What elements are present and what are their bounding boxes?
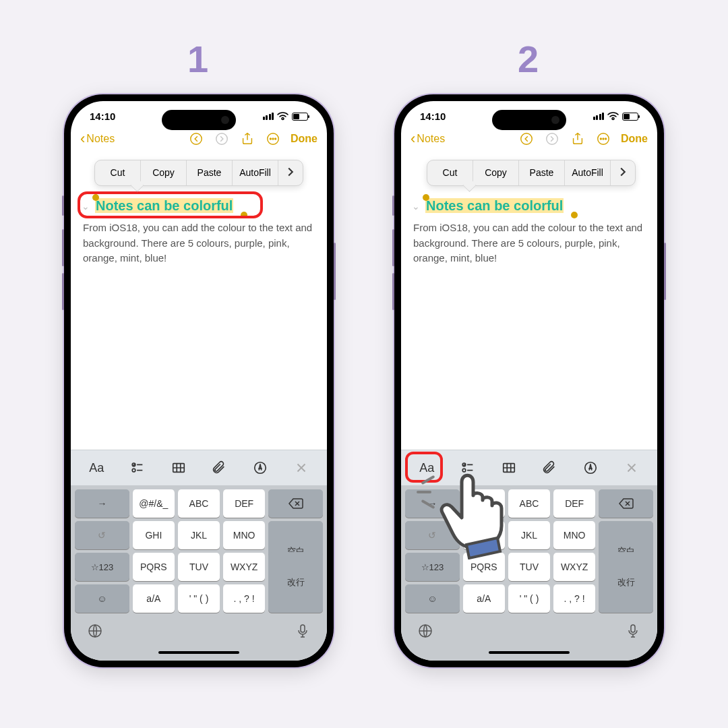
key-undo[interactable]: ↺ (75, 521, 129, 549)
redo-button[interactable] (544, 131, 560, 147)
note-title[interactable]: Notes can be colorful (425, 198, 564, 213)
edit-popover: Cut Copy Paste AutoFill (94, 160, 303, 186)
key-pqrs[interactable]: PQRS (133, 553, 175, 581)
collapse-icon[interactable]: ⌄ (82, 201, 90, 212)
key-123[interactable]: ☆123 (75, 553, 129, 581)
key-punct[interactable]: . , ? ! (223, 584, 265, 613)
note-body[interactable]: From iOS18, you can add the colour to th… (83, 220, 315, 266)
key-symbols[interactable]: @#/&_ (133, 489, 175, 518)
more-button[interactable] (265, 131, 281, 147)
key-jkl[interactable]: JKL (178, 521, 220, 549)
undo-button[interactable] (518, 131, 535, 147)
markup-button[interactable] (244, 457, 276, 479)
svg-point-7 (132, 468, 135, 472)
back-button[interactable]: ‹ Notes (411, 130, 445, 148)
share-button[interactable] (239, 131, 255, 147)
key-quotes[interactable]: ' " ( ) (178, 584, 220, 613)
popover-autofill[interactable]: AutoFill (233, 160, 278, 185)
nav-bar: ‹ Notes Done (401, 126, 657, 153)
phone-mockup-2: 14:10 ‹ Notes Done Cut Copy Pas (394, 94, 664, 667)
share-button[interactable] (570, 131, 586, 147)
selection-handle-end[interactable] (241, 212, 247, 218)
popover-more[interactable] (611, 160, 635, 185)
key-mno[interactable]: MNO (553, 521, 595, 549)
chevron-left-icon: ‹ (80, 130, 85, 148)
popover-copy[interactable]: Copy (141, 160, 187, 185)
note-content[interactable]: ⌄ Notes can be colorful From iOS18, you … (401, 186, 657, 450)
popover-paste[interactable]: Paste (519, 160, 565, 185)
table-button[interactable] (162, 457, 195, 479)
popover-more[interactable] (278, 160, 303, 185)
popover-autofill[interactable]: AutoFill (565, 160, 611, 185)
text-format-button[interactable]: Aa (80, 457, 113, 479)
svg-point-16 (603, 138, 604, 140)
key-emoji[interactable]: ☺ (405, 584, 460, 613)
wifi-icon (607, 112, 619, 121)
svg-point-13 (547, 133, 558, 145)
key-backspace[interactable] (599, 489, 653, 518)
svg-rect-23 (631, 625, 635, 632)
attachment-button[interactable] (203, 457, 235, 479)
mic-button[interactable] (295, 623, 311, 642)
home-indicator[interactable] (158, 651, 239, 654)
back-button[interactable]: ‹ Notes (80, 130, 115, 148)
markup-button[interactable] (574, 457, 607, 479)
selection-handle-start[interactable] (92, 194, 99, 201)
format-toolbar: Aa (71, 450, 327, 485)
key-tuv[interactable]: TUV (178, 553, 220, 581)
key-case[interactable]: a/A (133, 584, 175, 613)
note-title[interactable]: Notes can be colorful (95, 198, 233, 213)
battery-icon (292, 113, 308, 121)
svg-point-17 (605, 138, 607, 140)
key-def[interactable]: DEF (223, 489, 265, 518)
more-button[interactable] (595, 131, 611, 147)
popover-cut[interactable]: Cut (95, 160, 141, 185)
dynamic-island (162, 110, 236, 130)
popover-paste[interactable]: Paste (187, 160, 233, 185)
svg-point-12 (521, 133, 533, 145)
signal-icon (263, 113, 274, 120)
svg-point-3 (270, 138, 271, 140)
undo-button[interactable] (188, 131, 204, 147)
key-quotes[interactable]: ' " ( ) (508, 584, 550, 613)
close-toolbar-button[interactable] (615, 457, 648, 479)
popover-copy[interactable]: Copy (473, 160, 519, 185)
signal-icon (593, 113, 605, 120)
key-backspace[interactable] (268, 489, 323, 518)
keyboard[interactable]: → @#/&_ ABC DEF ↺ GHI JKL MNO 空白 ☆123 PQ… (71, 485, 327, 661)
nav-bar: ‹ Notes Done (71, 126, 327, 153)
key-punct[interactable]: . , ? ! (553, 584, 595, 613)
collapse-icon[interactable]: ⌄ (412, 201, 420, 212)
dynamic-island (492, 110, 566, 130)
key-shift-next[interactable]: → (75, 489, 129, 518)
popover-cut[interactable]: Cut (427, 160, 473, 185)
close-toolbar-button[interactable] (285, 457, 317, 479)
key-abc[interactable]: ABC (178, 489, 220, 518)
selection-handle-end[interactable] (571, 212, 578, 218)
selection-handle-start[interactable] (423, 194, 429, 201)
key-ghi[interactable]: GHI (133, 521, 175, 549)
redo-button[interactable] (214, 131, 230, 147)
key-case[interactable]: a/A (463, 584, 505, 613)
attachment-button[interactable] (533, 457, 566, 479)
home-indicator[interactable] (489, 651, 570, 654)
mic-button[interactable] (625, 623, 641, 642)
key-wxyz[interactable]: WXYZ (223, 553, 265, 581)
svg-point-15 (600, 138, 601, 140)
done-button[interactable]: Done (291, 133, 317, 145)
key-mno[interactable]: MNO (223, 521, 265, 549)
key-emoji[interactable]: ☺ (75, 584, 129, 613)
note-content[interactable]: ⌄ Notes can be colorful From iOS18, you … (71, 186, 327, 450)
globe-button[interactable] (417, 623, 433, 642)
note-body[interactable]: From iOS18, you can add the colour to th… (413, 220, 645, 266)
key-return[interactable]: 改行 (599, 552, 653, 613)
checklist-button[interactable] (121, 457, 154, 479)
key-return[interactable]: 改行 (268, 552, 323, 613)
key-def[interactable]: DEF (553, 489, 595, 518)
key-wxyz[interactable]: WXYZ (553, 553, 595, 581)
svg-point-21 (585, 462, 597, 474)
done-button[interactable]: Done (621, 133, 648, 145)
globe-button[interactable] (87, 623, 103, 642)
chevron-left-icon: ‹ (411, 130, 415, 148)
svg-rect-11 (301, 625, 305, 632)
